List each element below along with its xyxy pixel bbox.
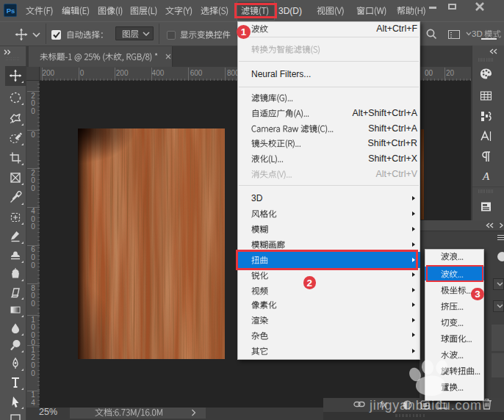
svg-text:A: A	[482, 170, 490, 182]
